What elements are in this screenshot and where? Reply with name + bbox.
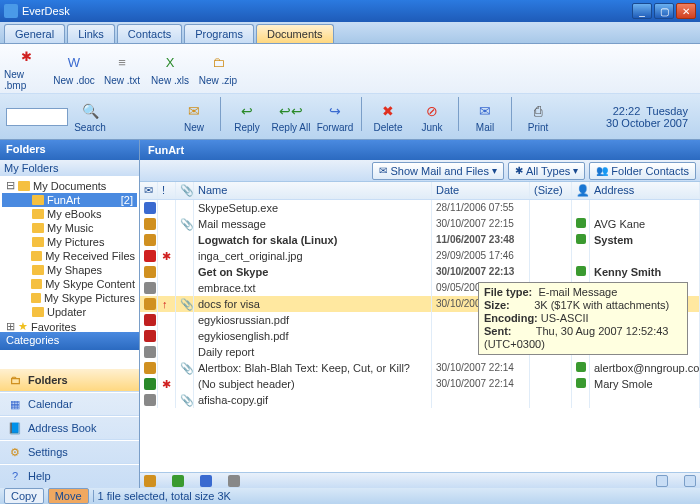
forward-button[interactable]: ↪Forward [315,97,355,137]
bb-view2-icon[interactable] [684,475,696,487]
col-size[interactable]: (Size) [530,182,572,199]
addr-cell: AVG Kane [590,216,700,232]
new-zip-button[interactable]: 🗀New .zip [196,47,240,91]
tab-general[interactable]: General [4,24,65,43]
my-folders-label[interactable]: My Folders [0,160,139,176]
col-flag[interactable]: ! [158,182,176,199]
file-row[interactable]: 📎afisha-copy.gif [140,392,700,408]
col-name[interactable]: Name [194,182,432,199]
col-icon[interactable]: ✉ [140,182,158,199]
mail-button[interactable]: ✉Mail [465,97,505,137]
content-title: FunArt [148,144,184,156]
tree-my-shapes[interactable]: My Shapes [2,263,137,277]
search-button[interactable]: 🔍 Search [70,97,110,137]
tab-documents[interactable]: Documents [256,24,334,43]
addr-icon-cell [572,216,590,232]
tree-my-pictures[interactable]: My Pictures [2,235,137,249]
new-txt-button[interactable]: ≡New .txt [100,47,144,91]
reply-button[interactable]: ↩Reply [227,97,267,137]
folder-icon [32,223,44,233]
file-row[interactable]: SkypeSetup.exe28/11/2006 07:55 [140,200,700,216]
new-doc-button[interactable]: WNew .doc [52,47,96,91]
new-button[interactable]: ✉New [174,97,214,137]
new-xls-button[interactable]: XNew .xls [148,47,192,91]
tree-my-documents[interactable]: ⊟My Documents [2,178,137,193]
minimize-button[interactable]: _ [632,3,652,19]
categories-header[interactable]: Categories [0,332,139,350]
tree-my-ebooks[interactable]: My eBooks [2,207,137,221]
search-input[interactable] [6,108,68,126]
file-row[interactable]: Get on Skype30/10/2007 22:13Kenny Smith [140,264,700,280]
junk-button[interactable]: ⊘Junk [412,97,452,137]
addr-icon-cell [572,392,590,408]
file-type-icon: ✱ [15,47,37,67]
reply-all-button[interactable]: ↩↩Reply All [271,97,311,137]
folder-icon [32,237,44,247]
new-bmp-button[interactable]: ✱New .bmp [4,47,48,91]
all-types-dropdown[interactable]: ✱ All Types ▾ [508,162,585,180]
maximize-button[interactable]: ▢ [654,3,674,19]
flag-cell [158,232,176,248]
tab-links[interactable]: Links [67,24,115,43]
expand-icon[interactable]: ⊟ [6,179,15,192]
file-row[interactable]: ✱inga_cert_original.jpg29/09/2005 17:46 [140,248,700,264]
tree-my-music[interactable]: My Music [2,221,137,235]
move-button[interactable]: Move [48,488,89,504]
tree-funart[interactable]: FunArt[2] [2,193,137,207]
settings-icon: ⚙ [8,445,22,459]
ribbon-bar: ✱New .bmpWNew .doc≡New .txtXNew .xls🗀New… [0,44,700,94]
nav-address-book[interactable]: 📘Address Book [0,416,139,440]
delete-button[interactable]: ✖Delete [368,97,408,137]
attach-cell: 📎 [176,216,194,232]
file-type-icon: X [159,51,181,73]
expand-icon[interactable]: ⊞ [6,320,15,332]
nav-help[interactable]: ?Help [0,464,139,488]
flag-cell [158,392,176,408]
folder-tree: ⊟My DocumentsFunArt[2]My eBooksMy MusicM… [0,176,139,332]
folder-icon [32,265,44,275]
date-cell: 30/10/2007 22:15 [432,216,530,232]
file-type-icon: 🗀 [207,51,229,73]
addr-icon-cell [572,360,590,376]
addr-icon-cell [572,376,590,392]
tab-programs[interactable]: Programs [184,24,254,43]
col-address[interactable]: Address [590,182,700,199]
bb-folder-icon[interactable] [144,475,156,487]
delete-icon: ✖ [377,100,399,122]
addr-cell: Mary Smole [590,376,700,392]
file-row[interactable]: 📎Mail message30/10/2007 22:15AVG Kane [140,216,700,232]
close-button[interactable]: ✕ [676,3,696,19]
file-row[interactable]: ✱(No subject header)30/10/2007 22:14Mary… [140,376,700,392]
copy-button[interactable]: Copy [4,488,44,504]
attach-cell: 📎 [176,360,194,376]
tree-my-received-files[interactable]: My Received Files [2,249,137,263]
file-row[interactable]: Logwatch for skala (Linux)11/06/2007 23:… [140,232,700,248]
tab-contacts[interactable]: Contacts [117,24,182,43]
tree-my-skype-content[interactable]: My Skype Content [2,277,137,291]
col-addr-icon[interactable]: 👤 [572,182,590,199]
tree-updater[interactable]: Updater [2,305,137,319]
attach-cell [176,312,194,328]
show-mail-files-dropdown[interactable]: ✉ Show Mail and Files ▾ [372,162,503,180]
nav-settings[interactable]: ⚙Settings [0,440,139,464]
tree-my-skype-pictures[interactable]: My Skype Pictures [2,291,137,305]
col-date[interactable]: Date [432,182,530,199]
date-cell [432,392,530,408]
folders-icon: 🗀 [8,373,22,387]
nav-calendar[interactable]: ▦Calendar [0,392,139,416]
addr-icon-cell [572,248,590,264]
bb-view1-icon[interactable] [656,475,668,487]
nav-folders[interactable]: 🗀Folders [0,368,139,392]
bb-mail-icon[interactable] [200,475,212,487]
print-button[interactable]: ⎙Print [518,97,558,137]
bb-file-icon[interactable] [228,475,240,487]
file-icon [144,202,156,214]
file-row[interactable]: 📎Alertbox: Blah-Blah Text: Keep, Cut, or… [140,360,700,376]
bb-contact-icon[interactable] [172,475,184,487]
name-cell: egykiosrussian.pdf [194,312,432,328]
flag-cell [158,200,176,216]
name-cell: egykiosenglish.pdf [194,328,432,344]
tree-favorites[interactable]: ⊞★Favorites [2,319,137,332]
col-attach[interactable]: 📎 [176,182,194,199]
folder-contacts-button[interactable]: 👥 Folder Contacts [589,162,696,180]
